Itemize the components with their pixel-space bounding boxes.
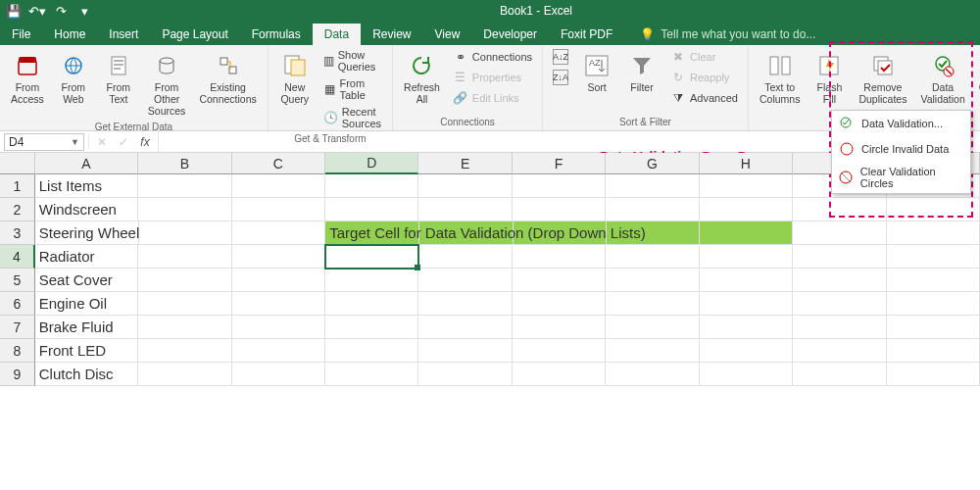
cell-G6[interactable] bbox=[606, 292, 699, 316]
cell-A1[interactable]: List Items bbox=[35, 174, 138, 198]
cell-G2[interactable] bbox=[606, 198, 699, 221]
cell-F8[interactable] bbox=[513, 339, 606, 363]
cell-E7[interactable] bbox=[418, 316, 512, 339]
cell-H6[interactable] bbox=[700, 292, 793, 316]
show-queries-button[interactable]: ▥Show Queries bbox=[319, 47, 386, 74]
recent-sources-button[interactable]: 🕓Recent Sources bbox=[319, 104, 386, 131]
cancel-formula-button[interactable]: ✕ bbox=[93, 135, 111, 149]
row-header-8[interactable]: 8 bbox=[0, 339, 35, 363]
cell-H3[interactable] bbox=[700, 221, 793, 245]
tab-foxit[interactable]: Foxit PDF bbox=[549, 24, 624, 45]
fx-button[interactable]: fx bbox=[136, 135, 154, 149]
cell-J8[interactable] bbox=[887, 339, 980, 363]
cell-D3[interactable]: Target Cell for Data Validation (Drop Do… bbox=[325, 221, 419, 245]
cell-F5[interactable] bbox=[513, 269, 606, 292]
cell-I2[interactable] bbox=[793, 198, 886, 221]
cell-H2[interactable] bbox=[700, 198, 793, 221]
cell-J3[interactable] bbox=[887, 221, 980, 245]
column-header-E[interactable]: E bbox=[418, 153, 512, 174]
cell-C6[interactable] bbox=[232, 292, 325, 316]
cell-A4[interactable]: Radiator bbox=[35, 245, 138, 269]
advanced-button[interactable]: ⧩Advanced bbox=[666, 88, 742, 108]
cell-G8[interactable] bbox=[606, 339, 699, 363]
cell-F7[interactable] bbox=[513, 316, 606, 339]
cell-E2[interactable] bbox=[418, 198, 512, 221]
text-to-columns-button[interactable]: Text to Columns bbox=[755, 47, 805, 108]
cell-D8[interactable] bbox=[325, 339, 418, 363]
row-header-6[interactable]: 6 bbox=[0, 292, 35, 316]
cell-J6[interactable] bbox=[887, 292, 980, 316]
cell-J4[interactable] bbox=[887, 245, 980, 269]
cell-B1[interactable] bbox=[138, 174, 231, 198]
cell-H5[interactable] bbox=[700, 269, 793, 292]
data-validation-button[interactable]: Data Validation bbox=[915, 47, 969, 108]
cell-B2[interactable] bbox=[138, 198, 231, 221]
fill-handle[interactable] bbox=[415, 265, 420, 270]
cell-D1[interactable] bbox=[325, 174, 418, 198]
tab-file[interactable]: File bbox=[0, 24, 42, 45]
cell-A8[interactable]: Front LED bbox=[35, 339, 138, 363]
refresh-all-button[interactable]: Refresh All bbox=[399, 47, 445, 108]
cell-B5[interactable] bbox=[138, 269, 231, 292]
from-access-button[interactable]: From Access bbox=[6, 47, 49, 108]
from-table-button[interactable]: ▦From Table bbox=[319, 75, 386, 103]
cell-G4[interactable] bbox=[606, 245, 699, 269]
cell-D6[interactable] bbox=[325, 292, 418, 316]
cell-J5[interactable] bbox=[887, 269, 980, 292]
clear-button[interactable]: ✖Clear bbox=[666, 47, 742, 67]
cell-I8[interactable] bbox=[793, 339, 886, 363]
from-other-sources-button[interactable]: From Other Sources bbox=[143, 47, 191, 120]
cell-H9[interactable] bbox=[700, 363, 793, 386]
cell-G9[interactable] bbox=[606, 363, 699, 386]
cell-C8[interactable] bbox=[232, 339, 325, 363]
properties-button[interactable]: ☰Properties bbox=[449, 68, 536, 87]
cell-C9[interactable] bbox=[232, 363, 325, 386]
cell-I9[interactable] bbox=[793, 363, 886, 386]
cell-F4[interactable] bbox=[513, 245, 606, 269]
cell-I7[interactable] bbox=[793, 316, 886, 339]
cell-B9[interactable] bbox=[138, 363, 231, 386]
cell-C2[interactable] bbox=[232, 198, 325, 221]
cell-E1[interactable] bbox=[418, 174, 512, 198]
enter-formula-button[interactable]: ✓ bbox=[115, 135, 132, 149]
cell-C5[interactable] bbox=[232, 269, 325, 292]
tab-review[interactable]: Review bbox=[361, 24, 422, 45]
sort-asc-button[interactable]: A↓Z bbox=[549, 47, 572, 67]
column-header-G[interactable]: G bbox=[606, 153, 699, 174]
tab-insert[interactable]: Insert bbox=[97, 24, 150, 45]
cell-A2[interactable]: Windscreen bbox=[35, 198, 138, 221]
cell-A7[interactable]: Brake Fluid bbox=[35, 316, 138, 339]
cell-D4[interactable] bbox=[325, 245, 418, 269]
chevron-down-icon[interactable]: ▼ bbox=[71, 137, 79, 147]
cell-C3[interactable] bbox=[232, 221, 325, 245]
cell-H1[interactable] bbox=[700, 174, 793, 198]
menu-item-data-validation[interactable]: Data Validation... bbox=[832, 111, 970, 136]
cell-F1[interactable] bbox=[513, 174, 606, 198]
cell-A3[interactable]: Steering Wheel bbox=[35, 221, 139, 245]
row-header-9[interactable]: 9 bbox=[0, 363, 35, 386]
cell-B7[interactable] bbox=[138, 316, 231, 339]
cell-D7[interactable] bbox=[325, 316, 418, 339]
cell-D2[interactable] bbox=[325, 198, 418, 221]
cell-H4[interactable] bbox=[700, 245, 793, 269]
connections-button[interactable]: ⚭Connections bbox=[449, 47, 536, 67]
tell-me-search[interactable]: 💡 Tell me what you want to do... bbox=[636, 24, 819, 45]
tab-data[interactable]: Data bbox=[313, 24, 361, 45]
cell-A5[interactable]: Seat Cover bbox=[35, 269, 138, 292]
column-header-A[interactable]: A bbox=[35, 153, 138, 174]
cell-A6[interactable]: Engine Oil bbox=[35, 292, 138, 316]
flash-fill-button[interactable]: Flash Fill bbox=[808, 47, 850, 108]
new-query-button[interactable]: New Query bbox=[274, 47, 316, 108]
tab-page-layout[interactable]: Page Layout bbox=[150, 24, 239, 45]
cell-I6[interactable] bbox=[793, 292, 886, 316]
cell-E5[interactable] bbox=[418, 269, 512, 292]
sort-desc-button[interactable]: Z↓A bbox=[549, 68, 572, 87]
row-header-3[interactable]: 3 bbox=[0, 221, 35, 245]
cell-B6[interactable] bbox=[138, 292, 231, 316]
name-box[interactable]: D4 ▼ bbox=[4, 133, 84, 151]
tab-view[interactable]: View bbox=[423, 24, 472, 45]
edit-links-button[interactable]: 🔗Edit Links bbox=[449, 88, 536, 108]
menu-item-clear-circles[interactable]: Clear Validation Circles bbox=[832, 162, 970, 193]
column-header-C[interactable]: C bbox=[232, 153, 325, 174]
cell-I3[interactable] bbox=[793, 221, 886, 245]
